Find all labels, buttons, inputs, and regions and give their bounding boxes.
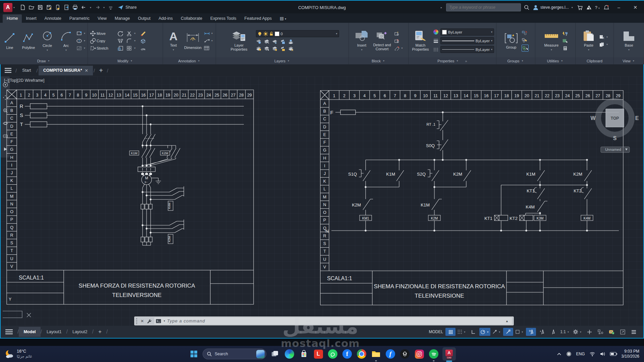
layer-isolate-icon[interactable]	[264, 39, 270, 44]
lineweight-dropdown[interactable]: ByLayer▾	[440, 37, 494, 44]
ribbon-tab-output[interactable]: Output	[134, 14, 155, 23]
chrome-icon[interactable]	[356, 348, 367, 360]
undo-caret-icon[interactable]: ▾	[90, 6, 91, 9]
layer-match-icon[interactable]	[256, 46, 262, 51]
ribbon-tab-featured-apps[interactable]: Featured Apps	[240, 14, 276, 23]
text-tool-button[interactable]: A Text▾	[165, 29, 182, 52]
tab-model[interactable]: Model	[19, 327, 40, 337]
circle-tool-button[interactable]: Circle▾	[39, 29, 56, 52]
edit-block-button[interactable]	[394, 38, 404, 44]
tab-layout1[interactable]: Layout1	[42, 327, 66, 337]
viewcube-west[interactable]: W	[590, 115, 596, 121]
ribbon-tab-home[interactable]: Home	[3, 14, 22, 23]
annotation-scale-icon[interactable]	[548, 328, 558, 336]
panel-label-modify[interactable]: Modify▾	[88, 57, 163, 64]
undo-icon[interactable]	[80, 4, 88, 11]
match-properties-button[interactable]: MatchProperties	[411, 29, 430, 52]
status-customize-menu[interactable]	[629, 328, 639, 336]
rotate-icon[interactable]	[117, 31, 123, 36]
layer-off-icon[interactable]	[256, 39, 262, 44]
panel-label-draw[interactable]: Draw▾	[0, 57, 88, 64]
minimize-button[interactable]: –	[612, 2, 626, 13]
open-from-mobile-icon[interactable]	[54, 4, 61, 11]
layout-menu-icon[interactable]	[5, 329, 15, 335]
scale-icon[interactable]	[117, 45, 123, 51]
command-customize-wrench-icon[interactable]	[146, 318, 152, 324]
viewcube[interactable]: TOP W E S Unnamed	[590, 101, 639, 153]
cart-icon[interactable]	[577, 5, 583, 10]
command-line-dock[interactable]: ✕ ▾ Type a command ▲	[134, 316, 514, 325]
layer-properties-button[interactable]: Layer Properties	[226, 29, 253, 52]
model-space-canvas[interactable]: [−][Top][2D Wireframe]	[0, 76, 644, 326]
stretch-button[interactable]: Stretch	[90, 45, 114, 51]
polar-tracking-toggle[interactable]: ▾	[479, 328, 490, 336]
panel-label-properties[interactable]: Properties▾»	[409, 57, 496, 64]
linetype-dropdown[interactable]: ByLayer▾	[440, 46, 494, 53]
autocad-taskbar-icon[interactable]: A CAD	[442, 347, 456, 361]
ribbon-tab-collaborate[interactable]: Collaborate	[177, 14, 206, 23]
export-icon[interactable]	[63, 4, 70, 11]
arc-tool-button[interactable]: Arc▾	[58, 29, 74, 52]
autocad-app-icon[interactable]: A	[3, 3, 12, 12]
table-button[interactable]	[204, 45, 214, 51]
viewcube-east[interactable]: E	[635, 115, 639, 121]
leader-button[interactable]: ▾	[204, 38, 214, 44]
command-grip[interactable]	[134, 318, 139, 324]
viewcube-top-label[interactable]: TOP	[611, 116, 619, 121]
insert-block-button[interactable]: Insert▾	[353, 29, 370, 52]
customize-qat-icon[interactable]	[107, 4, 114, 11]
panel-label-annotation[interactable]: Annotation▾	[163, 57, 216, 64]
command-history-toggle[interactable]: ▲	[505, 319, 511, 323]
new-file-icon[interactable]	[19, 4, 26, 11]
ortho-mode-toggle[interactable]	[468, 328, 478, 336]
clean-screen-button[interactable]	[618, 328, 628, 336]
edge-icon[interactable]	[284, 348, 295, 360]
group-selection-toggle[interactable]	[522, 45, 529, 52]
properties-dialog-launcher[interactable]: »	[465, 59, 467, 63]
ribbon-tab-parametric[interactable]: Parametric	[65, 14, 94, 23]
file-tabs-menu-icon[interactable]	[4, 67, 13, 73]
spotify-icon[interactable]	[428, 348, 439, 360]
file-explorer-icon[interactable]	[370, 348, 382, 360]
paste-button[interactable]: Paste▾	[580, 29, 597, 52]
app-menu-caret-icon[interactable]: ▾	[13, 6, 15, 9]
expand-search-icon[interactable]: ▸	[441, 6, 442, 9]
dynamic-ucs-button[interactable]	[584, 328, 594, 336]
ellipse-tool-button[interactable]: ▾	[76, 38, 86, 44]
named-view-label[interactable]: Unnamed	[605, 147, 621, 152]
app-l-red-icon[interactable]: L	[313, 348, 324, 360]
array-button[interactable]: ▾	[126, 46, 137, 51]
panel-label-view[interactable]: View▾	[614, 57, 644, 64]
ribbon-display-toggle[interactable]: ▤ ▾	[276, 14, 290, 23]
measure-button[interactable]: Measure▾	[543, 29, 560, 52]
offset-icon[interactable]	[140, 45, 146, 51]
line-tool-button[interactable]: Line	[1, 31, 18, 50]
create-block-button[interactable]	[394, 31, 404, 36]
layer-make-current-icon[interactable]	[288, 39, 294, 44]
erase-icon[interactable]	[140, 31, 146, 36]
ribbon-tab-view[interactable]: View	[94, 14, 111, 23]
tab-layout2[interactable]: Layout2	[68, 327, 92, 337]
ribbon-tab-express-tools[interactable]: Express Tools	[206, 14, 240, 23]
save-as-icon[interactable]	[45, 4, 53, 11]
microsoft-store-icon[interactable]	[298, 348, 310, 360]
mirror-icon[interactable]	[117, 38, 123, 44]
command-input[interactable]: ▾ Type a command ▲	[154, 317, 512, 324]
cut-button[interactable]: ▾	[599, 34, 609, 40]
model-space-toggle[interactable]: MODEL	[429, 329, 443, 334]
quick-select-button[interactable]	[562, 31, 568, 36]
panel-label-clipboard[interactable]: Clipboard	[576, 57, 613, 64]
layer-unlock2-icon[interactable]	[280, 46, 286, 51]
group-edit-button[interactable]	[522, 37, 529, 43]
close-button[interactable]: ✕	[629, 2, 642, 13]
base-view-button[interactable]: Base▾	[621, 29, 637, 52]
new-layout-button[interactable]: +	[94, 326, 106, 338]
panel-label-groups[interactable]: Groups▾	[496, 57, 535, 64]
share-button[interactable]: Share	[118, 5, 137, 10]
layer-previous-icon[interactable]	[264, 46, 270, 51]
quick-calculator-button[interactable]	[562, 45, 568, 51]
isolate-objects-button[interactable]	[595, 328, 605, 336]
f-italic-app-icon[interactable]: f	[385, 348, 396, 360]
ribbon-tab-annotate[interactable]: Annotate	[41, 14, 65, 23]
layer-walk-icon[interactable]	[272, 46, 278, 51]
